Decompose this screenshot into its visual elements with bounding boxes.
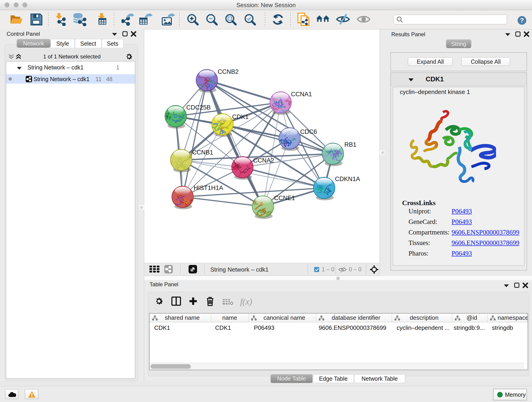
svg-text:RB1: RB1	[344, 141, 356, 148]
svg-text:HIST1H1A: HIST1H1A	[194, 185, 223, 191]
svg-text:CCNB1: CCNB1	[192, 149, 213, 156]
svg-text:?: ?	[520, 17, 524, 24]
svg-text:CCNA2: CCNA2	[253, 157, 274, 164]
svg-text:CCNE1: CCNE1	[274, 195, 295, 201]
svg-text:CDC25B: CDC25B	[186, 104, 211, 111]
svg-text:CCNA1: CCNA1	[291, 91, 312, 98]
svg-text:CDK1: CDK1	[232, 114, 249, 120]
svg-text:CDC6: CDC6	[300, 128, 317, 135]
svg-text:CCNB2: CCNB2	[218, 68, 239, 75]
svg-text:CDKN1A: CDKN1A	[335, 176, 360, 182]
